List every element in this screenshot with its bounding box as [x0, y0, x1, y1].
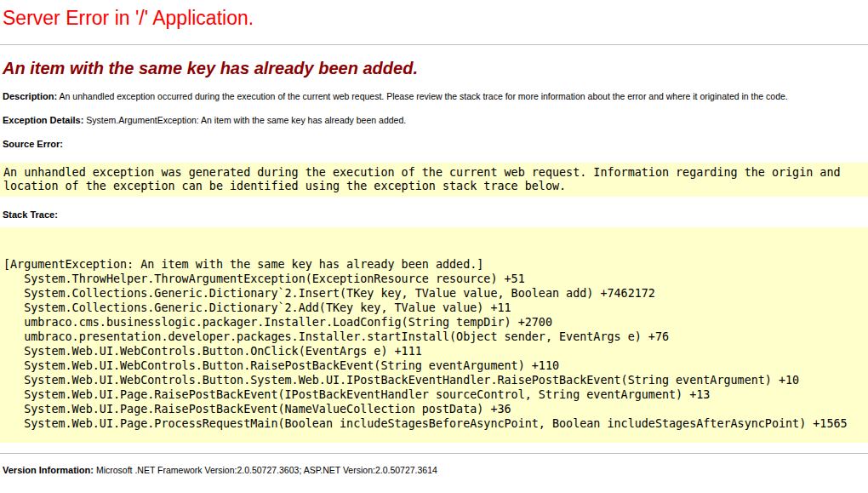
aspnet-error-page: Server Error in '/' Application. An item…: [0, 0, 868, 493]
stack-trace-box: [ArgumentException: An item with the sam…: [0, 227, 868, 443]
page-title: Server Error in '/' Application.: [3, 5, 868, 31]
source-error-box: An unhandled exception was generated dur…: [0, 163, 868, 197]
description-text: An unhandled exception occurred during t…: [60, 91, 788, 101]
stack-trace-label: Stack Trace:: [3, 209, 868, 221]
version-info-line: Version Information: Microsoft .NET Fram…: [3, 465, 868, 476]
bottom-divider: [0, 453, 868, 454]
version-info-text: Microsoft .NET Framework Version:2.0.507…: [96, 465, 437, 475]
source-error-text: An unhandled exception was generated dur…: [3, 166, 865, 193]
exception-details-label: Exception Details:: [3, 115, 83, 125]
exception-details-text: System.ArgumentException: An item with t…: [86, 115, 406, 125]
top-divider: [0, 44, 868, 45]
source-error-label: Source Error:: [3, 139, 868, 150]
description-label: Description:: [3, 91, 57, 101]
description-line: Description: An unhandled exception occu…: [3, 91, 868, 102]
version-info-label: Version Information:: [3, 465, 94, 475]
exception-details-line: Exception Details: System.ArgumentExcept…: [3, 115, 868, 126]
stack-trace-text: [ArgumentException: An item with the sam…: [3, 257, 865, 431]
error-message: An item with the same key has already be…: [3, 58, 868, 78]
